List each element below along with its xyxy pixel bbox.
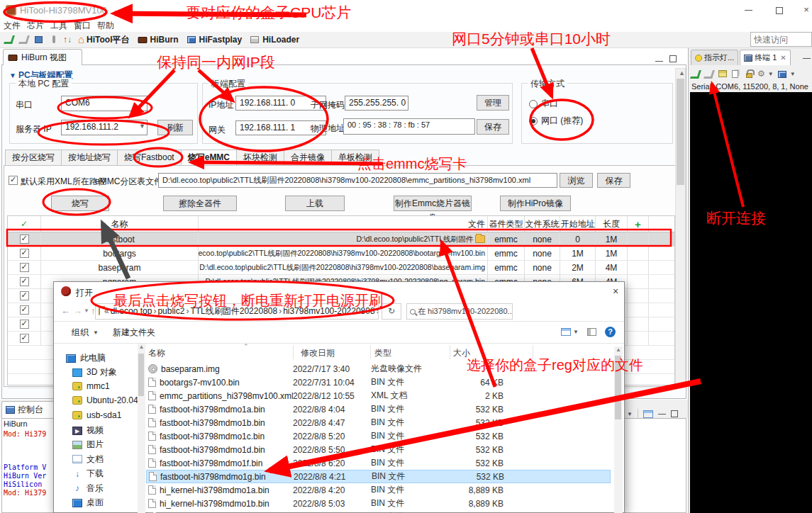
toolbar-app-3[interactable]: HiLoader xyxy=(249,34,299,45)
table-row[interactable]: fastbootD:\dl.ecoo.top\public2\TTL线刷固件em… xyxy=(8,232,674,247)
row-checkbox[interactable] xyxy=(20,235,29,244)
menu-item-4[interactable]: 帮助 xyxy=(97,20,114,32)
make-hipro-image-button[interactable]: 制作HiPro镜像 xyxy=(500,196,571,211)
sidebar-item-3D 对象[interactable]: 3D 对象 xyxy=(72,366,117,378)
menu-item-0[interactable]: 文件 xyxy=(4,20,21,32)
sidebar-item-音乐[interactable]: ♪音乐 xyxy=(72,483,104,495)
xml-path-checkbox[interactable] xyxy=(9,176,18,185)
mask-input[interactable]: 255.255.255. 0 xyxy=(345,96,408,111)
address-bar[interactable]: «dl.ecoo.top›public2›TTL线刷固件20220808›hi3… xyxy=(95,303,379,320)
menu-item-2[interactable]: 工具 xyxy=(50,20,67,32)
board-save-button[interactable]: 保存 xyxy=(477,119,509,135)
row-checkbox[interactable] xyxy=(20,305,29,315)
row-checkbox[interactable] xyxy=(20,263,29,272)
vertical-scrollbar[interactable]: ▲ xyxy=(675,68,686,387)
partition-table-path-input[interactable]: D:\dl.ecoo.top\public2\TTL线刷固件20220808\h… xyxy=(158,173,557,188)
row-checkbox[interactable] xyxy=(20,320,29,329)
terminal-disconnect-icon[interactable] xyxy=(703,69,714,79)
row-checkbox[interactable] xyxy=(20,249,29,258)
file-row[interactable]: emmc_partitions_hi3798mv100.xml2022/8/12… xyxy=(146,389,611,402)
row-checkbox[interactable] xyxy=(20,291,29,300)
menu-item-1[interactable]: 芯片 xyxy=(27,20,44,32)
close-button[interactable]: × xyxy=(797,3,812,17)
burn-button[interactable]: 烧写 xyxy=(51,196,109,211)
radio-serial[interactable]: 串口 xyxy=(529,98,558,110)
sidebar-item-mmc1[interactable]: mmc1 xyxy=(72,381,110,391)
terminal-scroll-lock-icon[interactable] xyxy=(744,69,755,79)
toolbar-app-1[interactable]: HiBurn xyxy=(137,34,179,45)
breadcrumb-item-2[interactable]: TTL线刷固件20220808 xyxy=(190,306,277,316)
help-icon[interactable]: ? xyxy=(605,327,616,337)
file-row[interactable]: hi_kernel-hi3798mdmo1c.bin2022/8/8 5:27B… xyxy=(146,510,611,513)
column-type[interactable]: 类型 xyxy=(374,347,391,359)
terminal-copy-icon[interactable] xyxy=(730,69,741,79)
history-caret-icon[interactable]: ▼ xyxy=(84,308,89,314)
tab-hiburn-view[interactable]: HiBurn 视图 xyxy=(3,49,82,65)
breadcrumb-item-0[interactable]: dl.ecoo.top xyxy=(111,306,152,316)
table-row[interactable]: baseparamD:\dl.ecoo.top\public2\TTL线刷固件2… xyxy=(8,261,674,275)
organize-button[interactable]: 组织 xyxy=(72,327,89,339)
console-maximize-icon[interactable] xyxy=(671,410,678,417)
refresh-button[interactable]: 刷新 xyxy=(157,120,193,135)
package-icon[interactable] xyxy=(33,34,45,45)
tab-terminal-1[interactable]: 终端 1✕ xyxy=(740,50,791,65)
connect-icon[interactable] xyxy=(4,34,15,45)
view-minimize-icon[interactable] xyxy=(655,52,665,61)
sidebar-item-视频[interactable]: ▶视频 xyxy=(72,424,104,436)
minimize-button[interactable] xyxy=(739,3,757,17)
disconnect-icon[interactable] xyxy=(18,34,30,45)
make-emmc-image-button[interactable]: 制作Emmc烧片器镜像 xyxy=(394,196,472,211)
browse-button[interactable]: 浏览 xyxy=(560,173,593,188)
file-row[interactable]: hi_kernel-hi3798mdmo1a.bin2022/8/8 4:20B… xyxy=(146,483,611,497)
column-date[interactable]: 修改日期 xyxy=(301,347,335,359)
row-checkbox[interactable] xyxy=(20,334,29,343)
terminal-screen[interactable] xyxy=(690,92,812,513)
view-maximize-icon[interactable] xyxy=(669,52,679,61)
erase-all-button[interactable]: 擦除全器件 xyxy=(163,196,237,211)
row-checkbox[interactable] xyxy=(20,277,29,286)
manage-button[interactable]: 管理 xyxy=(477,95,509,111)
tab-单板检测[interactable]: 单板检测 xyxy=(332,150,379,166)
tab-console[interactable]: 控制台 xyxy=(1,401,57,418)
menu-item-3[interactable]: 窗口 xyxy=(74,20,91,32)
mac-input[interactable]: 00 : 95 : 38 : 78 : fb : 57 xyxy=(343,118,475,135)
tab-合并镜像[interactable]: 合并镜像 xyxy=(284,150,332,166)
console-menu-caret-icon[interactable]: ▼ xyxy=(627,411,633,417)
file-row[interactable]: hi_kernel-hi3798mdmo1b.bin2022/8/8 5:03B… xyxy=(146,497,611,510)
maximize-button[interactable] xyxy=(770,3,789,17)
dialog-search-box[interactable]: 在 hi3798mv100-2022080... xyxy=(406,303,513,320)
refresh-icon[interactable]: ↻ xyxy=(382,303,401,320)
sidebar-item-Ubuntu-20.04 ([interactable]: Ubuntu-20.04 ( xyxy=(72,395,143,405)
sidebar-item-usb-sda1[interactable]: usb-sda1 xyxy=(72,410,121,420)
breadcrumb-item-3[interactable]: hi3798mv100-20220808 xyxy=(283,306,374,316)
sidebar-item-桌面[interactable]: 桌面 xyxy=(72,497,104,509)
dialog-close-icon[interactable]: × xyxy=(613,286,618,297)
terminal-tab-close-icon[interactable]: ✕ xyxy=(780,54,786,62)
server-ip-select[interactable]: 192.168.111.2▼ xyxy=(61,120,148,135)
console-minimize-icon[interactable] xyxy=(658,414,666,415)
breadcrumb-item-1[interactable]: public2 xyxy=(157,306,184,316)
plug-icon[interactable] xyxy=(48,34,60,45)
column-name[interactable]: 名称 xyxy=(148,347,165,359)
xml-save-button[interactable]: 保存 xyxy=(597,173,630,188)
quick-access-input[interactable] xyxy=(750,32,812,47)
file-row[interactable]: fastboot-hi3798mdmo1b.bin2022/8/8 4:47BI… xyxy=(146,416,611,429)
view-mode-icon[interactable] xyxy=(561,328,571,336)
sidebar-item-下载[interactable]: ↓下载 xyxy=(72,468,104,480)
tab-indicator-lights[interactable]: 指示灯... xyxy=(691,50,738,65)
file-row[interactable]: bootargs7-mv100.bin2022/7/31 10:04BIN 文件… xyxy=(146,376,611,389)
terminal-connect-icon[interactable] xyxy=(690,69,701,79)
terminal-settings-icon[interactable]: ⚙ xyxy=(757,69,765,79)
toolbar-app-2[interactable]: HiFastplay xyxy=(186,34,243,45)
upload-button[interactable]: 上载 xyxy=(285,196,345,211)
toolbar-app-0[interactable]: ⌂HiTool平台 xyxy=(78,34,130,46)
radio-network[interactable]: 网口 (推荐) xyxy=(529,115,583,127)
panel-minimize-icon[interactable] xyxy=(803,50,812,58)
file-row[interactable]: fastboot-hi3798mdmo1d.bin2022/8/8 5:50BI… xyxy=(146,443,611,456)
file-row[interactable]: fastboot-hi3798mdmo1a.bin2022/8/8 4:04BI… xyxy=(146,402,611,416)
tab-烧写eMMC[interactable]: 烧写eMMC xyxy=(182,150,237,166)
tab-按分区烧写[interactable]: 按分区烧写 xyxy=(5,150,62,166)
file-row[interactable]: fastboot-hi3798mdmo1f.bin2022/8/8 6:20BI… xyxy=(146,456,611,470)
file-list-scrollbar[interactable]: ▲ xyxy=(614,346,623,513)
transfer-icon[interactable]: ↑↓ xyxy=(63,34,74,45)
